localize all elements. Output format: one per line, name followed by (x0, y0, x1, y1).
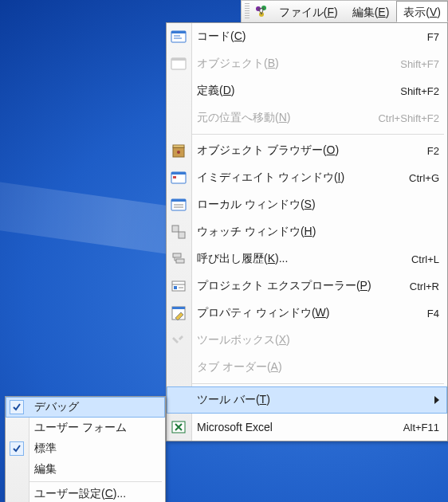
menuitem-toolbars[interactable]: ツール バー(T) (167, 386, 447, 414)
shortcut: Ctrl+Shift+F2 (378, 112, 439, 124)
subitem-debug[interactable]: デバッグ (6, 397, 165, 418)
svg-rect-19 (171, 199, 186, 202)
shortcut: Ctrl+R (410, 280, 439, 292)
svg-rect-13 (173, 145, 184, 147)
toolbars-submenu: デバッグ ユーザー フォーム 標準 編集 ユーザー設定(C)... (5, 396, 166, 502)
svg-rect-24 (173, 253, 181, 257)
menu-view[interactable]: 表示(V) (396, 1, 448, 22)
svg-point-14 (177, 151, 180, 154)
svg-rect-7 (171, 31, 186, 33)
toolbox-icon (170, 331, 187, 349)
menu-view-label: 表示 (403, 6, 426, 18)
svg-rect-25 (176, 259, 184, 263)
menuitem-object: オブジェクト(B) Shift+F7 (167, 50, 447, 77)
view-dropdown: コード(C) F7 オブジェクト(B) Shift+F7 定義(D) Shift… (166, 22, 448, 441)
menuitem-project-explorer[interactable]: プロジェクト エクスプローラー(P) Ctrl+R (167, 273, 447, 300)
vba-app-icon (254, 5, 269, 19)
shortcut: Ctrl+L (411, 253, 439, 265)
shortcut: F2 (427, 145, 439, 157)
menuitem-microsoft-excel[interactable]: Microsoft Excel Alt+F11 (167, 414, 447, 441)
subitem-edit[interactable]: 編集 (6, 459, 165, 480)
shortcut: F7 (427, 31, 439, 43)
separator (192, 134, 444, 135)
menu-edit[interactable]: 編集(E) (345, 1, 397, 22)
excel-icon (170, 418, 187, 436)
menuitem-properties-window[interactable]: プロパティ ウィンドウ(W) F4 (167, 300, 447, 327)
immediate-window-icon (170, 169, 187, 186)
watch-window-icon (170, 223, 187, 241)
svg-rect-16 (171, 172, 186, 175)
shortcut: Shift+F2 (400, 85, 439, 97)
svg-rect-31 (172, 307, 185, 309)
call-stack-icon (170, 250, 187, 268)
shortcut: F4 (427, 308, 439, 320)
code-window-icon (170, 28, 187, 45)
separator (29, 481, 162, 482)
toolbar-grip[interactable] (245, 3, 250, 20)
menu-file[interactable]: ファイル(F) (272, 1, 345, 22)
svg-rect-17 (173, 176, 176, 178)
subitem-userform[interactable]: ユーザー フォーム (6, 418, 165, 438)
shortcut: Shift+F7 (400, 58, 439, 70)
shortcut: Alt+F11 (403, 422, 439, 433)
menuitem-locals-window[interactable]: ローカル ウィンドウ(S) (167, 191, 447, 218)
subitem-standard[interactable]: 標準 (6, 438, 165, 459)
submenu-arrow-icon (434, 396, 439, 404)
menuitem-immediate-window[interactable]: イミディエイト ウィンドウ(I) Ctrl+G (167, 164, 447, 191)
menu-edit-label: 編集 (352, 6, 375, 18)
svg-rect-23 (179, 232, 185, 238)
check-icon (10, 400, 24, 414)
svg-rect-22 (172, 226, 179, 232)
subitem-customize[interactable]: ユーザー設定(C)... (6, 484, 165, 502)
menuitem-code[interactable]: コード(C) F7 (167, 23, 447, 50)
object-window-icon (170, 55, 187, 73)
locals-window-icon (170, 196, 187, 214)
menuitem-call-stack[interactable]: 呼び出し履歴(K)... Ctrl+L (167, 245, 447, 273)
svg-rect-11 (171, 58, 186, 61)
menuitem-toolbox: ツールボックス(X) (167, 327, 447, 354)
menubar: ファイル(F) 編集(E) 表示(V) (241, 0, 448, 23)
menuitem-definition[interactable]: 定義(D) Shift+F2 (167, 77, 447, 104)
shortcut: Ctrl+G (409, 172, 439, 184)
properties-window-icon (170, 304, 187, 322)
menu-file-label: ファイル (279, 6, 324, 18)
object-browser-icon (170, 142, 187, 159)
separator (192, 383, 444, 384)
menuitem-tab-order: タブ オーダー(A) (167, 354, 447, 381)
menuitem-watch-window[interactable]: ウォッチ ウィンドウ(H) (167, 218, 447, 245)
check-icon (10, 441, 24, 456)
menuitem-last-position: 元の位置へ移動(N) Ctrl+Shift+F2 (167, 104, 447, 131)
menuitem-object-browser[interactable]: オブジェクト ブラウザー(O) F2 (167, 137, 447, 164)
svg-rect-28 (174, 286, 177, 289)
project-explorer-icon (170, 277, 187, 295)
